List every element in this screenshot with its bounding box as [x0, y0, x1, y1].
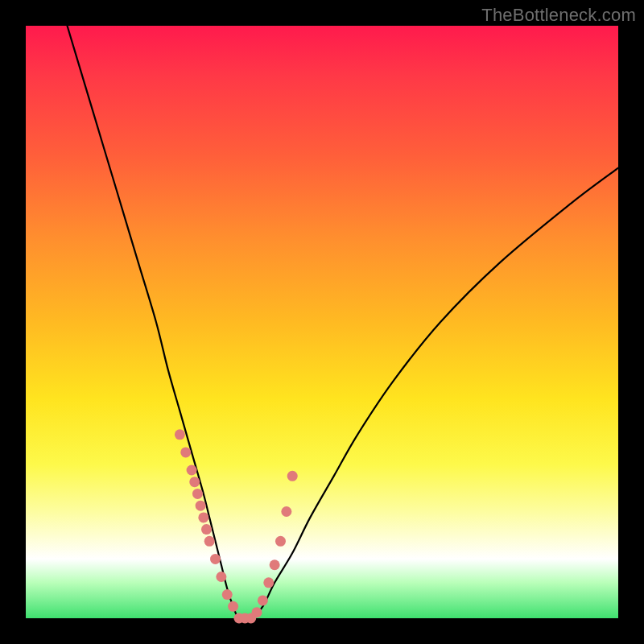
- highlight-dot: [201, 524, 212, 535]
- highlight-dot: [180, 447, 191, 457]
- curve-svg: [26, 26, 618, 618]
- highlight-dot: [175, 429, 185, 440]
- plot-area: [26, 26, 618, 618]
- bottleneck-curve: [68, 26, 618, 620]
- highlight-dot: [270, 559, 280, 570]
- highlight-dot: [210, 554, 221, 564]
- highlight-dot: [204, 536, 215, 547]
- highlight-dot: [281, 506, 291, 517]
- highlight-dot: [258, 595, 268, 605]
- highlight-dot: [198, 512, 208, 522]
- highlight-dot: [287, 471, 298, 481]
- highlight-dot: [222, 589, 233, 600]
- highlight-dot: [275, 536, 286, 547]
- chart-frame: TheBottleneck.com: [0, 0, 644, 644]
- highlight-dot: [228, 601, 238, 612]
- highlight-dot: [187, 465, 197, 476]
- highlight-dot: [216, 572, 226, 582]
- highlight-dot: [252, 607, 262, 617]
- highlight-dot: [196, 501, 206, 511]
- highlight-dot: [189, 477, 200, 487]
- watermark-text: TheBottleneck.com: [481, 5, 636, 26]
- highlight-dot: [263, 577, 274, 588]
- highlight-dot: [192, 489, 203, 499]
